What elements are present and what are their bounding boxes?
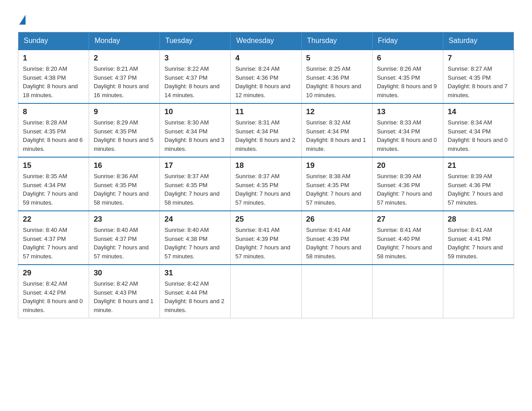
day-number: 25: [235, 215, 296, 224]
day-number: 7: [448, 54, 509, 63]
day-number: 26: [306, 215, 368, 224]
day-number: 18: [235, 161, 296, 170]
calendar-day-cell: 20 Sunrise: 8:39 AMSunset: 4:36 PMDaylig…: [372, 157, 443, 211]
calendar-day-cell: 25 Sunrise: 8:41 AMSunset: 4:39 PMDaylig…: [231, 211, 301, 265]
calendar-week-row: 8 Sunrise: 8:28 AMSunset: 4:35 PMDayligh…: [18, 103, 514, 157]
calendar-day-cell: 16 Sunrise: 8:36 AMSunset: 4:35 PMDaylig…: [89, 157, 160, 211]
day-number: 29: [23, 269, 84, 278]
calendar-week-row: 29 Sunrise: 8:42 AMSunset: 4:42 PMDaylig…: [18, 265, 514, 318]
day-info: Sunrise: 8:40 AMSunset: 4:38 PMDaylight:…: [164, 227, 219, 260]
weekday-header-saturday: Saturday: [443, 32, 514, 50]
calendar-day-cell: 17 Sunrise: 8:37 AMSunset: 4:35 PMDaylig…: [160, 157, 231, 211]
empty-cell: [301, 265, 372, 318]
calendar-day-cell: 19 Sunrise: 8:38 AMSunset: 4:35 PMDaylig…: [301, 157, 372, 211]
day-number: 20: [377, 161, 438, 170]
day-info: Sunrise: 8:24 AMSunset: 4:36 PMDaylight:…: [235, 65, 290, 98]
day-info: Sunrise: 8:35 AMSunset: 4:34 PMDaylight:…: [23, 173, 78, 206]
calendar-day-cell: 12 Sunrise: 8:32 AMSunset: 4:34 PMDaylig…: [301, 103, 372, 157]
day-info: Sunrise: 8:41 AMSunset: 4:40 PMDaylight:…: [377, 227, 432, 260]
day-number: 14: [448, 107, 509, 116]
day-info: Sunrise: 8:37 AMSunset: 4:35 PMDaylight:…: [164, 173, 219, 206]
day-info: Sunrise: 8:31 AMSunset: 4:34 PMDaylight:…: [235, 119, 295, 152]
calendar-header-row: SundayMondayTuesdayWednesdayThursdayFrid…: [18, 32, 514, 50]
day-info: Sunrise: 8:40 AMSunset: 4:37 PMDaylight:…: [94, 227, 149, 260]
weekday-header-tuesday: Tuesday: [160, 32, 231, 50]
day-number: 12: [306, 107, 368, 116]
day-info: Sunrise: 8:40 AMSunset: 4:37 PMDaylight:…: [23, 227, 78, 260]
calendar-day-cell: 2 Sunrise: 8:21 AMSunset: 4:37 PMDayligh…: [89, 50, 160, 103]
calendar-day-cell: 14 Sunrise: 8:34 AMSunset: 4:34 PMDaylig…: [443, 103, 514, 157]
weekday-header-wednesday: Wednesday: [231, 32, 301, 50]
calendar-day-cell: 27 Sunrise: 8:41 AMSunset: 4:40 PMDaylig…: [372, 211, 443, 265]
calendar-day-cell: 15 Sunrise: 8:35 AMSunset: 4:34 PMDaylig…: [18, 157, 89, 211]
day-info: Sunrise: 8:38 AMSunset: 4:35 PMDaylight:…: [306, 173, 361, 206]
calendar-day-cell: 22 Sunrise: 8:40 AMSunset: 4:37 PMDaylig…: [18, 211, 89, 265]
day-number: 3: [164, 54, 226, 63]
calendar-day-cell: 1 Sunrise: 8:20 AMSunset: 4:38 PMDayligh…: [18, 50, 89, 103]
calendar-day-cell: 28 Sunrise: 8:41 AMSunset: 4:41 PMDaylig…: [443, 211, 514, 265]
calendar-day-cell: 26 Sunrise: 8:41 AMSunset: 4:39 PMDaylig…: [301, 211, 372, 265]
day-info: Sunrise: 8:42 AMSunset: 4:42 PMDaylight:…: [23, 280, 83, 313]
day-info: Sunrise: 8:39 AMSunset: 4:36 PMDaylight:…: [377, 173, 432, 206]
day-number: 19: [306, 161, 368, 170]
day-info: Sunrise: 8:21 AMSunset: 4:37 PMDaylight:…: [94, 65, 149, 98]
day-number: 15: [23, 161, 84, 170]
calendar-day-cell: 29 Sunrise: 8:42 AMSunset: 4:42 PMDaylig…: [18, 265, 89, 318]
calendar-week-row: 15 Sunrise: 8:35 AMSunset: 4:34 PMDaylig…: [18, 157, 514, 211]
day-number: 9: [94, 107, 155, 116]
calendar-week-row: 1 Sunrise: 8:20 AMSunset: 4:38 PMDayligh…: [18, 50, 514, 103]
day-number: 30: [94, 269, 155, 278]
day-info: Sunrise: 8:41 AMSunset: 4:41 PMDaylight:…: [448, 227, 503, 260]
calendar-day-cell: 5 Sunrise: 8:25 AMSunset: 4:36 PMDayligh…: [301, 50, 372, 103]
empty-cell: [372, 265, 443, 318]
day-number: 13: [377, 107, 438, 116]
empty-cell: [443, 265, 514, 318]
day-number: 16: [94, 161, 155, 170]
calendar-day-cell: 8 Sunrise: 8:28 AMSunset: 4:35 PMDayligh…: [18, 103, 89, 157]
page-header: [18, 13, 514, 23]
day-info: Sunrise: 8:29 AMSunset: 4:35 PMDaylight:…: [94, 119, 154, 152]
calendar-day-cell: 6 Sunrise: 8:26 AMSunset: 4:35 PMDayligh…: [372, 50, 443, 103]
calendar-day-cell: 13 Sunrise: 8:33 AMSunset: 4:34 PMDaylig…: [372, 103, 443, 157]
calendar-week-row: 22 Sunrise: 8:40 AMSunset: 4:37 PMDaylig…: [18, 211, 514, 265]
day-number: 6: [377, 54, 438, 63]
calendar-day-cell: 18 Sunrise: 8:37 AMSunset: 4:35 PMDaylig…: [231, 157, 301, 211]
day-number: 31: [164, 269, 226, 278]
day-info: Sunrise: 8:25 AMSunset: 4:36 PMDaylight:…: [306, 65, 361, 98]
day-info: Sunrise: 8:30 AMSunset: 4:34 PMDaylight:…: [164, 119, 224, 152]
day-number: 27: [377, 215, 438, 224]
calendar-table: SundayMondayTuesdayWednesdayThursdayFrid…: [18, 32, 514, 318]
calendar-day-cell: 4 Sunrise: 8:24 AMSunset: 4:36 PMDayligh…: [231, 50, 301, 103]
day-info: Sunrise: 8:36 AMSunset: 4:35 PMDaylight:…: [94, 173, 149, 206]
day-number: 8: [23, 107, 84, 116]
day-info: Sunrise: 8:37 AMSunset: 4:35 PMDaylight:…: [235, 173, 290, 206]
day-info: Sunrise: 8:20 AMSunset: 4:38 PMDaylight:…: [23, 65, 78, 98]
day-number: 11: [235, 107, 296, 116]
day-info: Sunrise: 8:27 AMSunset: 4:35 PMDaylight:…: [448, 65, 508, 98]
calendar-day-cell: 24 Sunrise: 8:40 AMSunset: 4:38 PMDaylig…: [160, 211, 231, 265]
day-number: 24: [164, 215, 226, 224]
day-info: Sunrise: 8:32 AMSunset: 4:34 PMDaylight:…: [306, 119, 366, 152]
calendar-day-cell: 11 Sunrise: 8:31 AMSunset: 4:34 PMDaylig…: [231, 103, 301, 157]
weekday-header-sunday: Sunday: [18, 32, 89, 50]
calendar-day-cell: 31 Sunrise: 8:42 AMSunset: 4:44 PMDaylig…: [160, 265, 231, 318]
day-number: 23: [94, 215, 155, 224]
day-number: 21: [448, 161, 509, 170]
day-number: 22: [23, 215, 84, 224]
day-info: Sunrise: 8:41 AMSunset: 4:39 PMDaylight:…: [306, 227, 361, 260]
logo: [18, 13, 26, 23]
day-number: 2: [94, 54, 155, 63]
day-info: Sunrise: 8:41 AMSunset: 4:39 PMDaylight:…: [235, 227, 290, 260]
day-info: Sunrise: 8:39 AMSunset: 4:36 PMDaylight:…: [448, 173, 503, 206]
weekday-header-monday: Monday: [89, 32, 160, 50]
day-number: 17: [164, 161, 226, 170]
calendar-day-cell: 23 Sunrise: 8:40 AMSunset: 4:37 PMDaylig…: [89, 211, 160, 265]
day-info: Sunrise: 8:22 AMSunset: 4:37 PMDaylight:…: [164, 65, 219, 98]
calendar-day-cell: 7 Sunrise: 8:27 AMSunset: 4:35 PMDayligh…: [443, 50, 514, 103]
calendar-day-cell: 9 Sunrise: 8:29 AMSunset: 4:35 PMDayligh…: [89, 103, 160, 157]
day-number: 28: [448, 215, 509, 224]
logo-triangle-icon: [19, 15, 26, 25]
calendar-day-cell: 30 Sunrise: 8:42 AMSunset: 4:43 PMDaylig…: [89, 265, 160, 318]
day-info: Sunrise: 8:42 AMSunset: 4:44 PMDaylight:…: [164, 280, 224, 313]
calendar-day-cell: 21 Sunrise: 8:39 AMSunset: 4:36 PMDaylig…: [443, 157, 514, 211]
